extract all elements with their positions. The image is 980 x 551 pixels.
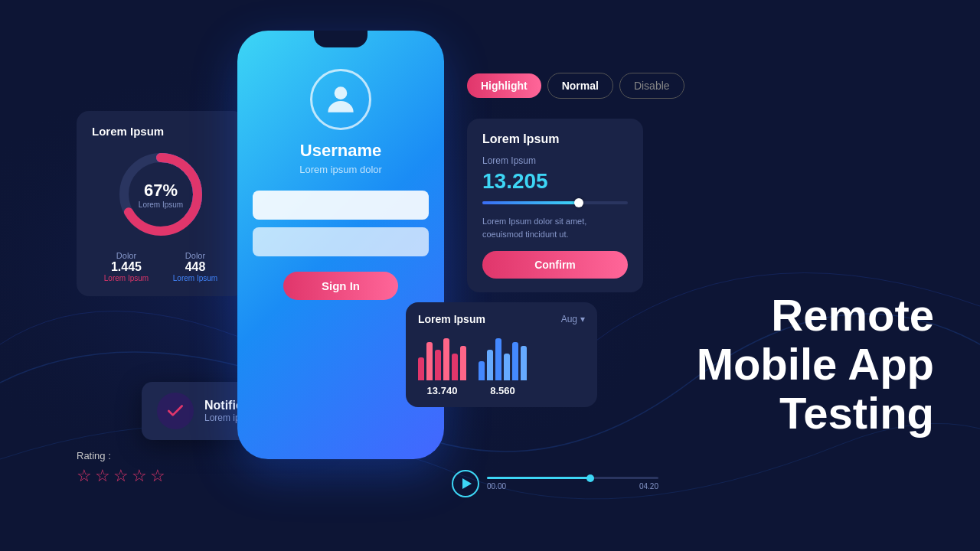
phone-username: Username [300,141,381,161]
chart-group-1: 13.740 [418,334,466,396]
bar-blue-2 [487,350,493,380]
highlight-button[interactable]: Highlight [467,73,541,98]
slider-fill [482,201,577,204]
chart-group-2: 8.560 [479,334,527,396]
bar-blue-5 [512,342,518,380]
metric-card: Lorem Ipsum Lorem Ipsum 13.205 Lorem Ips… [467,119,643,292]
phone-input-bar-1[interactable] [253,191,429,220]
audio-fill [487,477,590,479]
stats-card-title: Lorem Ipsum [92,125,230,138]
chart-body: 13.740 8.560 [418,334,585,396]
main-title: Remote Mobile App Testing [697,291,934,437]
confirm-button[interactable]: Confirm [482,251,628,279]
stars: ☆ ☆ ☆ ☆ ☆ [77,466,165,486]
rating-area: Rating : ☆ ☆ ☆ ☆ ☆ [77,450,165,486]
chart-val-1: 13.740 [427,385,458,396]
main-title-line3: Testing [697,389,934,438]
star-2[interactable]: ☆ [95,466,110,486]
stat-label-1: Dolor [104,251,149,260]
chart-header: Lorem Ipsum Aug ▾ [418,313,585,325]
bar-pink-4 [443,338,449,380]
star-4[interactable]: ☆ [132,466,147,486]
phone-input-bar-2[interactable] [253,227,429,256]
buttons-row: Highlight Normal Disable [467,73,684,99]
stats-card: Lorem Ipsum 67% Lorem Ipsum Dolor 1.445 … [77,111,245,296]
pink-bars [418,334,466,380]
bar-pink-5 [452,354,458,380]
star-1[interactable]: ☆ [77,466,92,486]
phone-notch [314,31,368,47]
stats-row: Dolor 1.445 Lorem Ipsum Dolor 448 Lorem … [92,251,230,282]
play-icon [462,478,472,489]
bar-pink-2 [426,342,433,380]
audio-player: 00.00 04.20 [452,470,658,497]
audio-progress[interactable] [487,477,658,479]
gauge-pct: 67% [139,181,183,201]
gauge-sublabel: Lorem Ipsum [139,201,183,209]
stat-item-1: Dolor 1.445 Lorem Ipsum [104,251,149,282]
stat-sub-1: Lorem Ipsum [104,274,149,282]
bar-blue-3 [495,338,501,380]
bar-blue-4 [504,354,510,380]
sign-in-button[interactable]: Sign In [283,272,398,300]
star-3[interactable]: ☆ [113,466,129,486]
chevron-down-icon[interactable]: ▾ [580,314,585,324]
main-title-line1: Remote [697,291,934,340]
stat-label-2: Dolor [173,251,217,260]
bar-blue-6 [521,346,527,380]
blue-bars [479,334,527,380]
normal-button[interactable]: Normal [547,73,613,99]
stat-value-1: 1.445 [104,260,149,274]
notif-icon [157,393,194,429]
stat-item-2: Dolor 448 Lorem Ipsum [173,251,217,282]
main-title-line2: Mobile App [697,340,934,389]
disable-button[interactable]: Disable [619,73,684,99]
audio-time-end: 04.20 [639,482,658,491]
gauge: 67% Lorem Ipsum [115,148,207,240]
audio-times: 00.00 04.20 [487,482,658,491]
chart-title: Lorem Ipsum [418,313,485,325]
audio-track: 00.00 04.20 [487,477,658,491]
rating-label: Rating : [77,450,165,461]
slider-track[interactable] [482,201,628,204]
play-button[interactable] [452,470,479,497]
bar-pink-1 [418,357,424,380]
chart-month: Aug ▾ [561,314,585,324]
metric-sub: Lorem Ipsum [482,155,628,166]
stat-sub-2: Lorem Ipsum [173,274,217,282]
bar-pink-6 [460,346,466,380]
gauge-container: 67% Lorem Ipsum [92,148,230,240]
chart-card: Lorem Ipsum Aug ▾ 13.740 [406,302,597,407]
phone-subtext: Lorem ipsum dolor [299,164,382,175]
slider-thumb [574,198,583,207]
svg-point-4 [335,86,348,99]
star-5[interactable]: ☆ [150,466,165,486]
audio-thumb [586,474,594,482]
metric-desc: Lorem Ipsum dolor sit amet, coeuismod ti… [482,215,628,240]
bar-blue-1 [479,361,485,380]
audio-time-start: 00.00 [487,482,506,491]
chart-val-2: 8.560 [490,385,515,396]
metric-value: 13.205 [482,169,628,194]
bar-pink-3 [435,350,441,380]
stat-value-2: 448 [173,260,217,274]
phone-avatar [310,69,371,130]
metric-card-title: Lorem Ipsum [482,132,628,146]
